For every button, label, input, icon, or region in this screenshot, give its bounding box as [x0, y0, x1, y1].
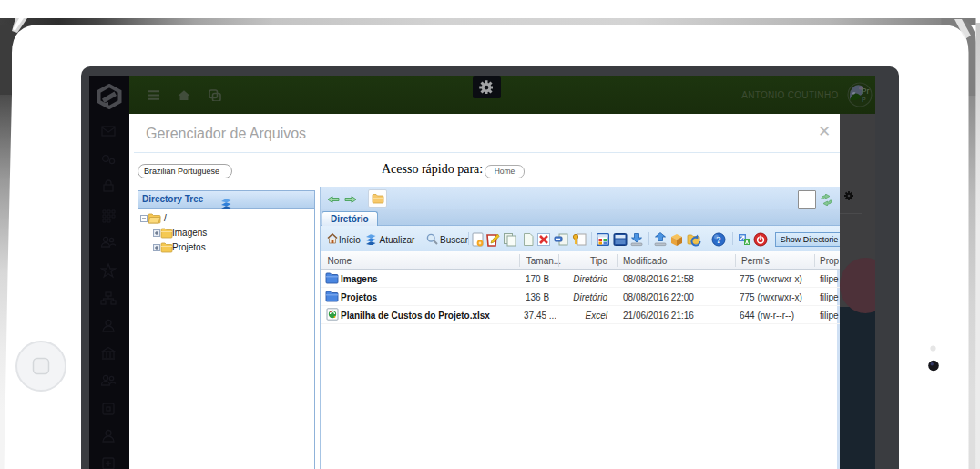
svg-text:P: P [862, 97, 866, 103]
svg-text:?: ? [716, 234, 721, 245]
svg-text:Pr: Pr [861, 87, 869, 96]
